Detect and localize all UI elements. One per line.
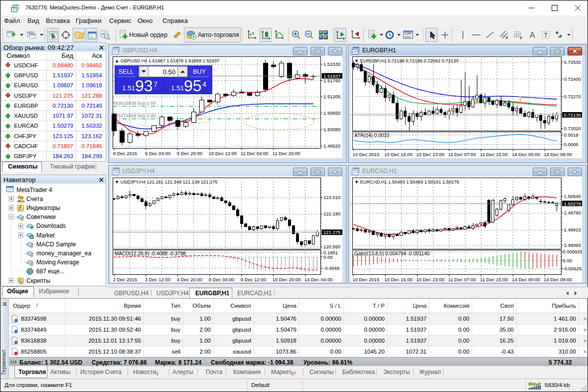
svg-text:9 Dec 20:00: 9 Dec 20:00 bbox=[177, 151, 202, 156]
svg-text:EURCAD: EURCAD bbox=[14, 123, 38, 129]
svg-text:10 Dec 2015: 10 Dec 2015 bbox=[352, 277, 379, 282]
svg-text:0.00: 0.00 bbox=[323, 254, 333, 260]
svg-text:1.51937: 1.51937 bbox=[406, 327, 427, 333]
svg-text:Индикаторы: Индикаторы bbox=[26, 204, 60, 211]
svg-text:0.00: 0.00 bbox=[458, 327, 469, 333]
svg-text:0.72530: 0.72530 bbox=[564, 59, 581, 65]
svg-text:Своп: Своп bbox=[500, 303, 514, 309]
svg-text:#83616838 buy 1.00: #83616838 buy 1.00 bbox=[113, 100, 156, 106]
svg-text:3 Dec 12:00: 3 Dec 12:00 bbox=[145, 277, 170, 282]
svg-text:E: E bbox=[506, 36, 508, 39]
svg-text:2015.12.01 13:17:55: 2015.12.01 13:17:55 bbox=[88, 338, 141, 344]
svg-text:0.00000: 0.00000 bbox=[364, 316, 385, 322]
svg-text:93: 93 bbox=[135, 77, 153, 95]
svg-text:sell: sell bbox=[172, 349, 180, 355]
svg-text:1.51937: 1.51937 bbox=[406, 338, 427, 344]
svg-text:F: F bbox=[520, 36, 523, 40]
svg-text:buy: buy bbox=[171, 327, 180, 333]
svg-text:0.98492: 0.98492 bbox=[81, 62, 102, 68]
svg-text:CHFJPY: CHFJPY bbox=[14, 133, 36, 139]
svg-text:ATR(14) 0.0010: ATR(14) 0.0010 bbox=[354, 133, 390, 138]
svg-text:2.00: 2.00 bbox=[200, 349, 211, 355]
svg-text:#83374849 buy 2.00: #83374849 buy 2.00 bbox=[113, 113, 156, 118]
svg-text:4: 4 bbox=[202, 80, 206, 88]
svg-text:8 Dec 04:00: 8 Dec 04:00 bbox=[209, 277, 234, 282]
svg-text:121.288: 121.288 bbox=[81, 93, 102, 99]
svg-text:xauusd: xauusd bbox=[233, 349, 251, 355]
svg-text:▼ EURCAD,H1 1.50483 1.50483 1: ▼ EURCAD,H1 1.50483 1.50483 1.50161 1.50… bbox=[354, 180, 459, 185]
svg-text:14 Dec 08:00: 14 Dec 08:00 bbox=[544, 152, 572, 157]
svg-text:money_manager_ea: money_manager_ea bbox=[36, 250, 91, 257]
svg-text:0.71845: 0.71845 bbox=[81, 143, 102, 149]
svg-text:buy: buy bbox=[171, 338, 180, 344]
svg-text:/: / bbox=[36, 303, 38, 308]
svg-text:1.09607: 1.09607 bbox=[52, 82, 73, 88]
svg-text:0.00000: 0.00000 bbox=[364, 338, 385, 344]
svg-text:SELL: SELL bbox=[119, 68, 134, 75]
svg-text:1.51937: 1.51937 bbox=[52, 72, 73, 78]
svg-text:1 019.00: 1 019.00 bbox=[554, 338, 576, 344]
svg-text:7: 7 bbox=[153, 80, 157, 88]
svg-text:1.51: 1.51 bbox=[171, 84, 184, 92]
svg-text:121.275: 121.275 bbox=[323, 229, 340, 235]
svg-text:gbpusd: gbpusd bbox=[232, 327, 251, 333]
svg-text:Аск: Аск bbox=[92, 52, 102, 59]
svg-text:0.72270: 0.72270 bbox=[564, 94, 581, 99]
svg-text:-0.4669: -0.4669 bbox=[323, 265, 339, 271]
svg-text:Тип: Тип bbox=[171, 303, 180, 309]
svg-text:USDJPY: USDJPY bbox=[14, 93, 37, 99]
svg-text:11 Dec 15:00: 11 Dec 15:00 bbox=[480, 152, 508, 157]
svg-text:2015.12.10 08:38:37: 2015.12.10 08:38:37 bbox=[88, 349, 141, 355]
svg-text:1.49525: 1.49525 bbox=[323, 143, 340, 149]
svg-text:1072.31: 1072.31 bbox=[406, 349, 427, 355]
svg-text:95: 95 bbox=[184, 77, 202, 95]
svg-text:2 916.00: 2 916.00 bbox=[554, 327, 576, 333]
svg-text:1.48915: 1.48915 bbox=[564, 227, 581, 232]
svg-text:1.48065: 1.48065 bbox=[564, 242, 581, 248]
svg-text:1.50279: 1.50279 bbox=[52, 123, 73, 129]
svg-text:USDCHF: USDCHF bbox=[14, 62, 38, 68]
svg-text:14 Dec 00:00: 14 Dec 00:00 bbox=[512, 152, 540, 157]
svg-text:Цена: Цена bbox=[283, 303, 296, 309]
svg-text:0.00: 0.00 bbox=[458, 349, 469, 355]
svg-text:1.51954: 1.51954 bbox=[81, 72, 102, 78]
svg-text:Gator(13,8,5) 0.004794 -0.0011: Gator(13,8,5) 0.004794 -0.001140 bbox=[354, 251, 430, 256]
svg-text:XAUUSD: XAUUSD bbox=[14, 113, 38, 119]
svg-text:buy: buy bbox=[171, 316, 180, 322]
svg-text:83616838: 83616838 bbox=[21, 338, 46, 344]
svg-text:0.72130: 0.72130 bbox=[52, 103, 73, 109]
svg-text:310.00: 310.00 bbox=[559, 349, 576, 355]
svg-text:10 Dec 23:00: 10 Dec 23:00 bbox=[416, 152, 444, 157]
svg-text:10 Dec 20:00: 10 Dec 20:00 bbox=[273, 277, 301, 282]
svg-text:0.72149: 0.72149 bbox=[81, 103, 102, 109]
svg-text:Downloads: Downloads bbox=[36, 222, 66, 229]
svg-text:1072.31: 1072.31 bbox=[81, 113, 102, 119]
svg-text:EURGBP: EURGBP bbox=[14, 103, 38, 109]
svg-text:0.98480: 0.98480 bbox=[52, 62, 73, 68]
svg-text:1073.86: 1073.86 bbox=[276, 349, 296, 355]
svg-text:T: T bbox=[544, 32, 548, 38]
svg-text:2015.11.30 09:51:46: 2015.11.30 09:51:46 bbox=[89, 316, 141, 322]
svg-text:10 Dec 15:00: 10 Dec 15:00 bbox=[384, 152, 413, 157]
svg-text:Цена: Цена bbox=[413, 303, 427, 309]
svg-text:S / L: S / L bbox=[329, 303, 341, 309]
svg-text:Прибыль: Прибыль bbox=[552, 303, 576, 309]
svg-text:1.51: 1.51 bbox=[122, 84, 135, 92]
svg-text:▼ EURGBP,H1 0.72198 0.72198 0: ▼ EURGBP,H1 0.72198 0.72198 0.72062 0.72… bbox=[354, 58, 458, 63]
svg-text:10 Dec 15:00: 10 Dec 15:00 bbox=[384, 277, 413, 282]
svg-text:gbpusd: gbpusd bbox=[232, 338, 251, 344]
svg-text:✕: ✕ bbox=[583, 327, 587, 333]
svg-text:BUY: BUY bbox=[193, 68, 206, 75]
svg-text:184.263: 184.263 bbox=[52, 153, 73, 159]
svg-text:10 Dec 2015: 10 Dec 2015 bbox=[352, 152, 379, 157]
svg-text:14 Dec 08:00: 14 Dec 08:00 bbox=[544, 277, 572, 282]
svg-text:1.50080: 1.50080 bbox=[323, 127, 340, 132]
svg-text:85258805: 85258805 bbox=[21, 349, 46, 355]
svg-text:0.00000: 0.00000 bbox=[320, 316, 341, 322]
svg-text:0.72400: 0.72400 bbox=[564, 76, 581, 82]
svg-text:1 461.00: 1 461.00 bbox=[554, 316, 576, 322]
svg-text:▼ USDJPY,H4 121.181 121.348 1: ▼ USDJPY,H4 121.181 121.348 121.138 121.… bbox=[115, 180, 218, 185]
svg-text:1071.97: 1071.97 bbox=[52, 113, 73, 119]
svg-text:14 Dec 00:00: 14 Dec 00:00 bbox=[512, 277, 540, 282]
svg-text:11 Dec 07:00: 11 Dec 07:00 bbox=[448, 152, 476, 157]
